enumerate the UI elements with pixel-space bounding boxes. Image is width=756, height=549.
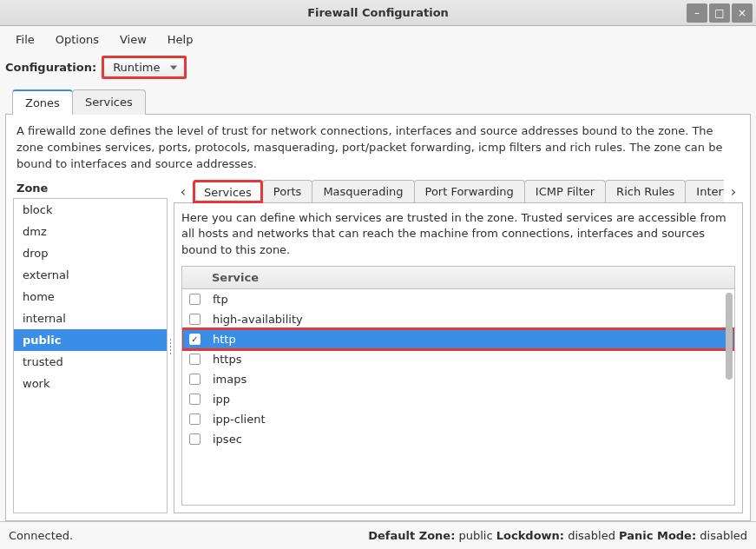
panic-value: disabled — [700, 529, 747, 542]
zone-item-block[interactable]: block — [14, 199, 167, 221]
sub-tab-rich-rules[interactable]: Rich Rules — [605, 180, 686, 203]
window-controls: – □ × — [687, 3, 753, 23]
zone-panel: Zone blockdmzdropexternalhomeinternalpub… — [13, 180, 168, 513]
zone-item-home[interactable]: home — [14, 286, 167, 308]
configuration-value: Runtime — [113, 61, 160, 74]
titlebar: Firewall Configuration – □ × — [0, 0, 756, 26]
service-row-ftp[interactable]: ftp — [182, 289, 734, 309]
status-connection: Connected. — [9, 529, 73, 542]
service-checkbox[interactable] — [189, 413, 201, 425]
splitter[interactable] — [168, 180, 174, 513]
zone-item-dmz[interactable]: dmz — [14, 221, 167, 242]
service-name: imaps — [213, 373, 247, 386]
service-row-ipp[interactable]: ipp — [182, 389, 734, 409]
service-name: http — [213, 333, 236, 346]
sub-tab-services[interactable]: Services — [193, 180, 263, 203]
zone-item-work[interactable]: work — [14, 373, 167, 394]
service-row-imaps[interactable]: imaps — [182, 369, 734, 389]
config-row: Configuration: Runtime — [0, 52, 756, 89]
tabs-scroll-right[interactable]: › — [724, 180, 743, 202]
main-tabs: Zones Services — [0, 89, 756, 115]
tab-zones[interactable]: Zones — [12, 89, 73, 115]
menubar: File Options View Help — [0, 26, 756, 52]
service-row-ipsec[interactable]: ipsec — [182, 429, 734, 449]
zone-list[interactable]: blockdmzdropexternalhomeinternalpublictr… — [13, 198, 168, 513]
service-name: ipsec — [213, 433, 242, 446]
service-checkbox[interactable] — [189, 314, 201, 325]
tabs-scroll-left[interactable]: ‹ — [174, 180, 193, 202]
zone-item-internal[interactable]: internal — [14, 308, 167, 329]
service-checkbox[interactable] — [189, 354, 201, 365]
lockdown-value: disabled — [568, 529, 615, 542]
service-row-high-availability[interactable]: high-availability — [182, 309, 734, 329]
service-column-header[interactable]: Service — [182, 267, 734, 289]
configuration-select[interactable]: Runtime — [102, 56, 187, 79]
panic-label: Panic Mode: — [619, 529, 696, 542]
service-checkbox[interactable] — [189, 394, 201, 405]
right-panel: ‹ Services Ports Masquerading Port Forwa… — [174, 180, 743, 513]
split-pane: Zone blockdmzdropexternalhomeinternalpub… — [13, 180, 743, 513]
zone-item-trusted[interactable]: trusted — [14, 351, 167, 373]
zone-header: Zone — [13, 180, 168, 198]
service-row-https[interactable]: https — [182, 349, 734, 369]
service-table: Service ftphigh-availability✓httphttpsim… — [181, 266, 735, 506]
tab-services[interactable]: Services — [72, 89, 146, 115]
service-list[interactable]: ftphigh-availability✓httphttpsimapsippip… — [182, 289, 734, 505]
menu-view[interactable]: View — [109, 30, 157, 50]
lockdown-label: Lockdown: — [496, 529, 564, 542]
status-right: Default Zone: public Lockdown: disabled … — [368, 529, 747, 542]
service-row-http[interactable]: ✓http — [182, 329, 734, 349]
window-title: Firewall Configuration — [0, 6, 756, 19]
menu-file[interactable]: File — [5, 30, 45, 50]
default-zone-label: Default Zone: — [368, 529, 455, 542]
service-checkbox[interactable]: ✓ — [189, 334, 201, 345]
zones-description: A firewalld zone defines the level of tr… — [13, 122, 743, 180]
sub-tab-port-forwarding[interactable]: Port Forwarding — [414, 180, 525, 203]
menu-help[interactable]: Help — [157, 30, 204, 50]
statusbar: Connected. Default Zone: public Lockdown… — [0, 521, 756, 549]
sub-tab-icmp-filter[interactable]: ICMP Filter — [524, 180, 606, 203]
zone-item-public[interactable]: public — [14, 329, 167, 351]
service-checkbox[interactable] — [189, 433, 201, 445]
service-name: ipp — [213, 393, 230, 406]
service-row-ipp-client[interactable]: ipp-client — [182, 409, 734, 429]
minimize-button[interactable]: – — [687, 3, 707, 23]
sub-tab-interfaces[interactable]: Interfaces — [685, 180, 724, 203]
sub-tab-masquerading[interactable]: Masquerading — [312, 180, 414, 203]
default-zone-value: public — [459, 529, 493, 542]
services-description: Here you can define which services are t… — [181, 210, 735, 267]
sub-tabs: Services Ports Masquerading Port Forward… — [193, 180, 724, 203]
close-button[interactable]: × — [732, 3, 753, 23]
config-label: Configuration: — [5, 61, 96, 74]
service-name: high-availability — [213, 313, 303, 326]
services-sub-content: Here you can define which services are t… — [174, 202, 743, 513]
sub-tabs-row: ‹ Services Ports Masquerading Port Forwa… — [174, 180, 743, 203]
service-checkbox[interactable] — [189, 294, 201, 305]
maximize-button[interactable]: □ — [709, 3, 730, 23]
service-checkbox[interactable] — [189, 374, 201, 385]
scrollbar-thumb[interactable] — [726, 293, 733, 380]
zone-item-external[interactable]: external — [14, 264, 167, 286]
service-name: ftp — [213, 293, 228, 306]
service-name: ipp-client — [213, 413, 266, 426]
zones-tab-content: A firewalld zone defines the level of tr… — [5, 114, 751, 521]
sub-tab-ports[interactable]: Ports — [262, 180, 313, 203]
zone-item-drop[interactable]: drop — [14, 242, 167, 264]
menu-options[interactable]: Options — [45, 30, 109, 50]
service-name: https — [213, 353, 241, 366]
